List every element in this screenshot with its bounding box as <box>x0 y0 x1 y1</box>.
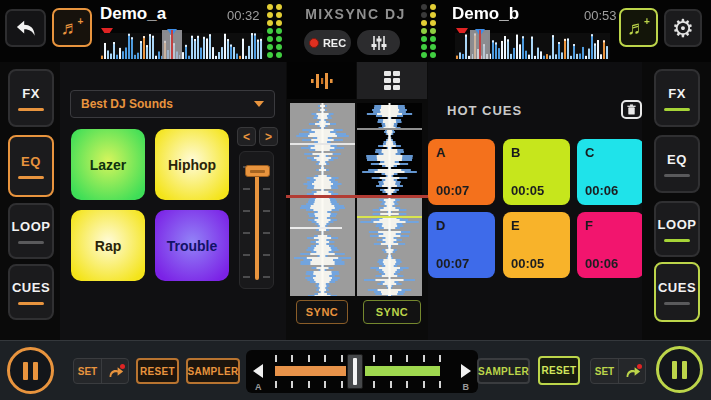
deck-b-set-cue-group[interactable]: SET <box>590 358 646 384</box>
deck-a-sampler-button[interactable]: SAMPLER <box>186 358 240 384</box>
waveform-icon <box>309 70 335 92</box>
fx-underline <box>18 108 44 111</box>
deck-b-set-button[interactable]: SET <box>591 359 618 383</box>
app-title: MIXSYNC DJ <box>280 6 431 22</box>
record-button[interactable]: REC <box>304 30 351 55</box>
settings-button[interactable]: ⚙ <box>664 9 702 47</box>
fx-label: FX <box>22 86 40 101</box>
tab-list-view[interactable] <box>357 62 427 99</box>
deck-a-sync-button[interactable]: SYNC <box>296 300 348 324</box>
deck-b-cues-button[interactable]: CUES <box>654 262 700 322</box>
deck-b-music-library-button[interactable]: ♬ + <box>619 8 658 47</box>
pad-bank-prev-button[interactable]: < <box>237 127 256 146</box>
sampler-volume-fader[interactable] <box>239 151 274 289</box>
loop-label: LOOP <box>12 219 51 234</box>
trash-icon <box>626 104 637 115</box>
eq-label: EQ <box>21 154 41 169</box>
deck-a-title: Demo_a <box>100 4 166 24</box>
playhead-line <box>286 195 428 198</box>
crossfader-handle[interactable] <box>347 354 363 389</box>
deck-b-title: Demo_b <box>452 4 519 24</box>
sample-pad-hiphop[interactable]: Hiphop <box>155 129 229 200</box>
pad-bank-next-button[interactable]: > <box>259 127 278 146</box>
deck-a-set-button[interactable]: SET <box>74 359 101 383</box>
bottom-transport-bar: SET RESET SAMPLER A B SAMPLER RESET SET <box>0 340 711 400</box>
tab-waveform-view[interactable] <box>287 62 356 99</box>
deck-a-reset-button[interactable]: RESET <box>136 358 179 384</box>
hot-cue-d[interactable]: D 00:07 <box>428 212 495 278</box>
deck-b-sync-button[interactable]: SYNC <box>363 300 421 324</box>
record-label: REC <box>323 37 346 49</box>
sample-pad-rap[interactable]: Rap <box>71 210 145 281</box>
deck-b-fx-button[interactable]: FX <box>654 69 700 127</box>
deck-a-playhead <box>162 30 182 59</box>
cue-set-indicator <box>637 364 642 369</box>
deck-a-sampler-panel: Best DJ Sounds Lazer Hiphop Rap Trouble … <box>60 62 286 340</box>
deck-b-side-rail: FX EQ LOOP CUES <box>642 62 711 340</box>
deck-a-fx-button[interactable]: FX <box>8 69 54 127</box>
deck-a-beat-line <box>290 227 342 229</box>
pause-icon <box>23 362 28 380</box>
back-button[interactable] <box>5 9 46 47</box>
gear-icon: ⚙ <box>672 16 694 41</box>
hot-cue-b[interactable]: B 00:05 <box>503 139 570 205</box>
crossfade-left-arrow-icon <box>253 364 263 378</box>
deck-b-reset-button[interactable]: RESET <box>538 356 580 385</box>
deck-b-vu-meter <box>421 4 436 58</box>
record-dot-icon <box>309 38 319 48</box>
deck-b-sampler-button[interactable]: SAMPLER <box>477 358 530 384</box>
deck-b-pause-button[interactable] <box>656 346 703 393</box>
deck-a-eq-button[interactable]: EQ <box>8 135 54 197</box>
hot-cue-c[interactable]: C 00:06 <box>577 139 644 205</box>
deck-b-eq-button[interactable]: EQ <box>654 135 700 193</box>
hot-cues-title: HOT CUES <box>447 103 522 118</box>
deck-a-vertical-waveform[interactable] <box>290 103 355 296</box>
sample-bank-dropdown[interactable]: Best DJ Sounds <box>70 90 275 118</box>
crossfader-b-level <box>365 366 440 376</box>
deck-a-side-rail: FX EQ LOOP CUES <box>0 62 60 340</box>
crossfader[interactable]: A B <box>246 350 478 393</box>
pause-icon <box>672 361 677 379</box>
plus-icon: + <box>644 16 650 27</box>
sample-pad-trouble[interactable]: Trouble <box>155 210 229 281</box>
crossfader-b-label: B <box>463 382 470 392</box>
plus-icon: + <box>78 16 84 27</box>
deck-b-playhead <box>470 30 490 59</box>
deck-b-time: 00:53 <box>584 8 617 23</box>
deck-a-cues-button[interactable]: CUES <box>8 264 54 320</box>
deck-a-set-cue-group[interactable]: SET <box>73 358 129 384</box>
hot-cue-a[interactable]: A 00:07 <box>428 139 495 205</box>
crossfader-a-level <box>275 366 346 376</box>
back-arrow-icon <box>15 18 37 38</box>
top-bar: ♬ + Demo_a 00:32 MIXSYNC DJ REC Demo_b 0… <box>0 0 711 62</box>
deck-b-vertical-waveform[interactable] <box>357 103 422 296</box>
deck-a-loop-button[interactable]: LOOP <box>8 203 54 259</box>
crossfade-right-arrow-icon <box>461 364 471 378</box>
deck-a-music-library-button[interactable]: ♬ + <box>52 8 92 47</box>
chevron-down-icon <box>254 101 264 107</box>
loop-underline <box>18 241 44 244</box>
hot-cue-f[interactable]: F 00:06 <box>577 212 644 278</box>
list-icon <box>384 71 400 90</box>
deck-a-time: 00:32 <box>227 8 260 23</box>
cues-label: CUES <box>12 280 50 295</box>
deck-b-jump-cue-button[interactable] <box>618 359 645 383</box>
mixer-sliders-icon <box>370 35 388 51</box>
deck-a-pause-button[interactable] <box>7 347 54 394</box>
sample-bank-label: Best DJ Sounds <box>81 97 254 111</box>
hot-cue-e[interactable]: E 00:05 <box>503 212 570 278</box>
eq-underline <box>18 176 44 179</box>
center-waveform-panel: SYNC SYNC <box>286 62 428 340</box>
fader-handle[interactable] <box>245 165 270 177</box>
cue-set-indicator <box>120 364 125 369</box>
deck-b-hot-cues-panel: HOT CUES A 00:07 B 00:05 C 00:06 D 00:07… <box>428 62 642 340</box>
deck-a-beat-line <box>290 143 355 145</box>
deck-b-loop-button[interactable]: LOOP <box>654 201 700 257</box>
deck-b-loop-line <box>357 216 422 218</box>
sample-pad-lazer[interactable]: Lazer <box>71 129 145 200</box>
mixer-button[interactable] <box>357 30 400 55</box>
cues-underline <box>18 302 44 305</box>
clear-cues-button[interactable] <box>621 100 642 119</box>
crossfader-a-label: A <box>255 382 262 392</box>
deck-a-jump-cue-button[interactable] <box>101 359 128 383</box>
